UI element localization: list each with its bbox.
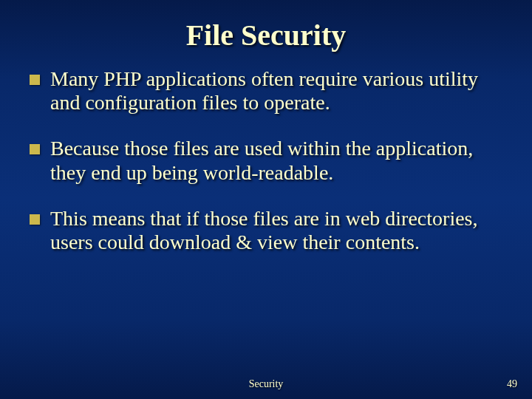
- bullet-item: Many PHP applications often require vari…: [30, 67, 502, 115]
- bullet-item: Because those files are used within the …: [30, 137, 502, 184]
- bullet-item: This means that if those files are in we…: [30, 207, 502, 254]
- slide-title: File Security: [0, 0, 532, 52]
- slide: File Security Many PHP applications ofte…: [0, 0, 532, 399]
- square-bullet-icon: [30, 75, 40, 85]
- footer-label: Security: [0, 378, 532, 390]
- square-bullet-icon: [30, 214, 40, 225]
- square-bullet-icon: [30, 144, 40, 154]
- bullet-text: This means that if those files are in we…: [50, 207, 502, 254]
- slide-body: Many PHP applications often require vari…: [0, 52, 532, 254]
- bullet-text: Because those files are used within the …: [50, 137, 502, 184]
- bullet-text: Many PHP applications often require vari…: [50, 67, 502, 115]
- page-number: 49: [507, 378, 517, 390]
